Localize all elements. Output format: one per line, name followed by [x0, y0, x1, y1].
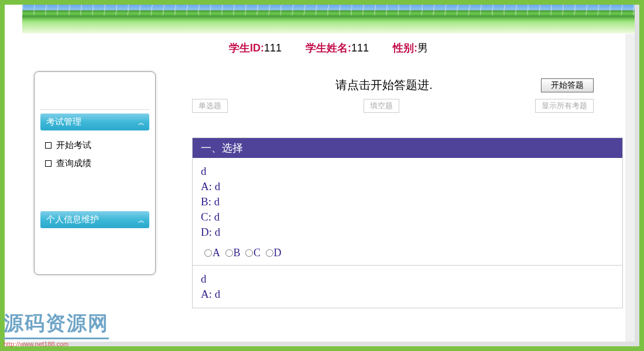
student-id-value: 111	[264, 42, 282, 54]
sidebar-header-profile-label: 个人信息维护	[46, 214, 99, 225]
sidebar-item-start-exam[interactable]: 开始考试	[45, 136, 145, 154]
checkbox-icon	[45, 142, 52, 149]
start-exam-button[interactable]: 开始答题	[541, 78, 594, 92]
watermark-title: 源码资源网	[4, 310, 109, 339]
sidebar-header-profile[interactable]: 个人信息维护 ︽	[40, 211, 149, 228]
sidebar-item-label: 查询成绩	[56, 158, 91, 169]
student-name-value: 111	[351, 42, 369, 54]
question-option-a: A: d	[201, 179, 614, 194]
question-panel: 一、选择 d A: d B: d C: d D: d A B C D d A:	[192, 137, 623, 308]
sidebar-item-label: 开始考试	[56, 140, 91, 151]
exam-instruction: 请点击开始答题进.	[192, 77, 541, 93]
tab-single-choice[interactable]: 单选题	[192, 99, 228, 113]
radio-option-b[interactable]: B	[225, 247, 241, 259]
chevron-up-icon: ︽	[138, 218, 143, 222]
question-stem: d	[201, 271, 614, 287]
tab-fill-blank[interactable]: 填空题	[364, 99, 399, 113]
sidebar-item-query-score[interactable]: 查询成绩	[45, 154, 145, 173]
sidebar-header-exam[interactable]: 考试管理 ︽	[40, 113, 149, 130]
student-id-label: 学生ID:	[229, 42, 264, 54]
question-section-title: 一、选择	[193, 138, 622, 158]
divider	[193, 265, 622, 266]
checkbox-icon	[45, 160, 52, 167]
radio-option-a[interactable]: A	[204, 247, 220, 259]
chevron-up-icon: ︽	[138, 121, 143, 124]
sidebar-panel: 考试管理 ︽ 开始考试 查询成绩	[34, 71, 156, 275]
question-option-b: B: d	[201, 194, 614, 209]
question-option-c: C: d	[201, 209, 614, 225]
question-option-d: D: d	[201, 225, 614, 240]
sidebar-header-exam-label: 考试管理	[46, 116, 81, 128]
watermark-url: http://www.net188.com	[4, 340, 109, 347]
radio-option-d[interactable]: D	[266, 247, 282, 259]
tab-show-all[interactable]: 显示所有考题	[535, 99, 594, 113]
student-info-bar: 学生ID:111 学生姓名:111 性别:男	[22, 34, 635, 60]
question-stem: d	[201, 164, 614, 179]
watermark: 源码资源网 http://www.net188.com	[4, 310, 109, 347]
student-gender-value: 男	[417, 42, 428, 54]
student-gender-label: 性别:	[393, 42, 417, 54]
student-name-label: 学生姓名:	[306, 42, 351, 54]
top-banner	[22, 5, 635, 34]
radio-option-c[interactable]: C	[245, 247, 261, 259]
question-option-a: A: d	[201, 287, 614, 302]
